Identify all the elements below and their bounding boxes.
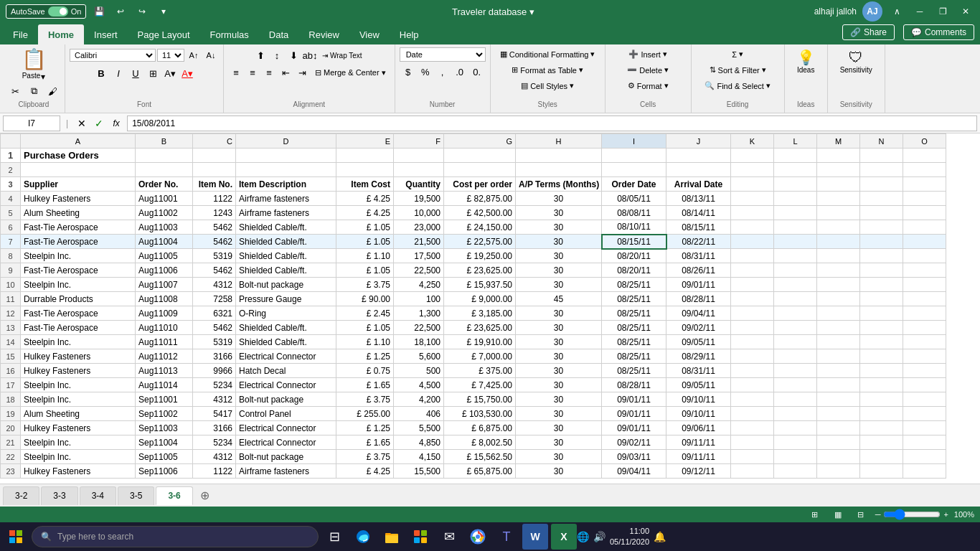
autosum-button[interactable]: Σ ▾ [728, 47, 747, 61]
cell-b18[interactable]: Sep11001 [136, 392, 193, 407]
col-header-b[interactable]: B [136, 134, 193, 149]
tab-page-layout[interactable]: Page Layout [128, 24, 200, 44]
grid-wrapper[interactable]: A B C D E F G H I J K L M N O [0, 133, 980, 484]
cell-h4[interactable]: 30 [516, 192, 602, 206]
cell-g10[interactable]: £ 15,937.50 [444, 278, 516, 292]
cell-f17[interactable]: 4,500 [394, 378, 444, 392]
cell-n17[interactable] [860, 378, 903, 392]
cell-m10[interactable] [817, 278, 860, 292]
delete-cells-button[interactable]: ➖ Delete ▾ [623, 63, 672, 77]
tab-review[interactable]: Review [298, 24, 349, 44]
comma-button[interactable]: , [435, 64, 451, 80]
cell-k22[interactable] [731, 450, 774, 464]
chrome-icon[interactable] [465, 524, 491, 550]
cell-j9[interactable]: 08/26/11 [666, 263, 731, 278]
formula-input[interactable] [127, 116, 977, 131]
cell-j21[interactable]: 09/11/11 [666, 435, 731, 450]
cell-g6[interactable]: £ 24,150.00 [444, 220, 516, 235]
cell-k4[interactable] [731, 192, 774, 206]
cell-k5[interactable] [731, 206, 774, 220]
cell-g19[interactable]: £ 103,530.00 [444, 407, 516, 421]
cell-n23[interactable] [860, 464, 903, 479]
cell-i20[interactable]: 09/01/11 [602, 421, 666, 435]
cell-j6[interactable]: 08/15/11 [666, 220, 731, 235]
insert-function-button[interactable]: fx [108, 116, 124, 131]
cell-j18[interactable]: 09/10/11 [666, 392, 731, 407]
cell-n6[interactable] [860, 220, 903, 235]
cell-a8[interactable]: Steelpin Inc. [21, 249, 136, 263]
cell-g2[interactable] [444, 163, 516, 177]
cell-b3[interactable]: Order No. [136, 177, 193, 192]
search-bar[interactable]: 🔍 [32, 526, 319, 547]
cell-b17[interactable]: Aug11014 [136, 378, 193, 392]
cell-l13[interactable] [774, 321, 817, 335]
cell-reference-input[interactable] [3, 116, 60, 131]
close-button[interactable]: ✕ [957, 3, 974, 20]
cell-k6[interactable] [731, 220, 774, 235]
cell-a12[interactable]: Fast-Tie Aerospace [21, 306, 136, 321]
insert-dropdown-icon[interactable]: ▾ [663, 50, 667, 59]
cell-e23[interactable]: £ 4.25 [336, 464, 394, 479]
cell-i17[interactable]: 08/28/11 [602, 378, 666, 392]
cell-e9[interactable]: £ 1.05 [336, 263, 394, 278]
cell-c23[interactable]: 1122 [193, 464, 236, 479]
cell-j13[interactable]: 09/02/11 [666, 321, 731, 335]
cell-b5[interactable]: Aug11002 [136, 206, 193, 220]
comments-button[interactable]: 💬 Comments [903, 24, 974, 40]
align-center-button[interactable]: ≡ [245, 65, 260, 80]
cell-b13[interactable]: Aug11010 [136, 321, 193, 335]
conditional-formatting-button[interactable]: ▦ Conditional Formatting ▾ [496, 47, 599, 61]
cell-l8[interactable] [774, 249, 817, 263]
cell-d10[interactable]: Bolt-nut package [236, 278, 336, 292]
increase-decimal-button[interactable]: .0 [452, 64, 468, 80]
cell-a7[interactable]: Fast-Tie Aerospace [21, 235, 136, 249]
number-format-select[interactable]: Date [400, 47, 486, 62]
cell-e17[interactable]: £ 1.65 [336, 378, 394, 392]
cell-h1[interactable] [516, 149, 602, 163]
cell-n5[interactable] [860, 206, 903, 220]
sheet-tab-3-4[interactable]: 3-4 [80, 486, 116, 505]
decrease-indent-button[interactable]: ⇤ [278, 65, 293, 80]
cell-m16[interactable] [817, 364, 860, 378]
cell-g11[interactable]: £ 9,000.00 [444, 292, 516, 306]
format-painter-button[interactable]: 🖌 [44, 83, 60, 99]
cell-f6[interactable]: 23,000 [394, 220, 444, 235]
cell-f21[interactable]: 4,850 [394, 435, 444, 450]
save-button[interactable]: 💾 [90, 3, 108, 20]
font-name-select[interactable]: Calibri [70, 49, 156, 62]
cell-j1[interactable] [666, 149, 731, 163]
cell-j19[interactable]: 09/10/11 [666, 407, 731, 421]
cell-m8[interactable] [817, 249, 860, 263]
font-size-select[interactable]: 11 [157, 49, 184, 62]
cell-e2[interactable] [336, 163, 394, 177]
cell-i1[interactable] [602, 149, 666, 163]
cell-b15[interactable]: Aug11012 [136, 349, 193, 364]
normal-view-button[interactable]: ⊞ [806, 506, 824, 523]
add-sheet-button[interactable]: ⊕ [194, 489, 215, 502]
font-color-button[interactable]: A▾ [179, 65, 195, 81]
cell-j2[interactable] [666, 163, 731, 177]
page-break-view-button[interactable]: ⊟ [852, 506, 870, 523]
cell-i21[interactable]: 09/02/11 [602, 435, 666, 450]
cell-d20[interactable]: Electrical Connector [236, 421, 336, 435]
cell-k19[interactable] [731, 407, 774, 421]
cell-n18[interactable] [860, 392, 903, 407]
bold-button[interactable]: B [93, 65, 109, 81]
cell-k18[interactable] [731, 392, 774, 407]
redo-button[interactable]: ↪ [133, 3, 151, 20]
cell-i4[interactable]: 08/05/11 [602, 192, 666, 206]
cell-o4[interactable] [903, 192, 946, 206]
cell-k10[interactable] [731, 278, 774, 292]
cell-n4[interactable] [860, 192, 903, 206]
cell-e5[interactable]: £ 4.25 [336, 206, 394, 220]
paste-dropdown-icon[interactable]: ▾ [41, 72, 45, 82]
cell-l10[interactable] [774, 278, 817, 292]
cell-c6[interactable]: 5462 [193, 220, 236, 235]
start-button[interactable] [3, 524, 29, 550]
cell-l17[interactable] [774, 378, 817, 392]
cell-h8[interactable]: 30 [516, 249, 602, 263]
cell-f15[interactable]: 5,600 [394, 349, 444, 364]
cell-l15[interactable] [774, 349, 817, 364]
decrease-decimal-button[interactable]: 0. [469, 64, 485, 80]
ribbon-toggle-button[interactable]: ∧ [888, 3, 905, 20]
